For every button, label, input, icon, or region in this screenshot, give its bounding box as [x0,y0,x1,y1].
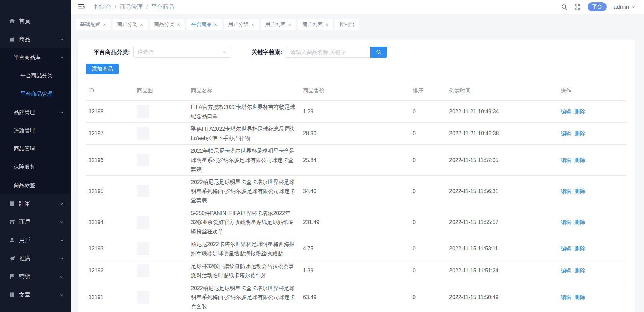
tab-console[interactable]: 控制台 [335,19,359,30]
sidebar-item-brand-manage[interactable]: 品牌管理 [0,103,71,121]
sidebar-item-home[interactable]: 首頁 [0,12,71,30]
sidebar-item-goods[interactable]: 商品 [0,30,71,48]
table-row: 12193帕尼尼2022卡塔尔世界杯足球明星梅西海报冠军联赛足球明星墙贴海报粉丝… [86,238,626,260]
sidebar-item-goods-manage[interactable]: 商品管理 [0,140,71,158]
edit-link[interactable]: 编辑 [561,219,571,225]
tab-platform-goods[interactable]: 平台商品× [187,19,222,30]
product-id: 12194 [86,207,134,238]
delete-link[interactable]: 删除 [574,219,585,225]
category-select-placeholder: 请选择 [138,49,222,56]
add-product-button[interactable]: 添加商品 [86,64,119,74]
sidebar-item-label: 首頁 [19,17,30,25]
sidebar-item-marketing[interactable]: 营销 [0,267,71,286]
sidebar-item-articles[interactable]: 文章 [0,286,71,304]
chevron-down-icon [60,201,64,206]
actions-cell: 编辑删除 [558,122,626,144]
product-name: 足球杯32强国旗纹身防水运动会马拉松赛事派对活动临时贴纸卡塔尔葡萄牙 [188,260,301,282]
tab-merchant-category[interactable]: 商户分类× [113,19,148,30]
sidebar-submenu: 平台商品库平台商品分类平台商品管理品牌管理評論管理商品管理保障服务商品标签 [0,48,71,194]
product-name: 2022年帕尼尼卡塔尔世界杯足球明星卡盒足球明星系列罗纳尔多足球有限公司球迷卡盒… [188,144,301,175]
tab-label: 平台商品 [191,21,211,28]
search-icon[interactable] [561,4,567,10]
sidebar-item-comment-manage[interactable]: 評論管理 [0,121,71,140]
sidebar-item-platform-goods-category[interactable]: 平台商品分类 [0,67,71,85]
search-button[interactable] [370,47,387,58]
sidebar-item-platform-goods-lib[interactable]: 平台商品库 [0,48,71,67]
product-image-cell [134,260,188,282]
product-name: 2022帕尼尼足球明星卡盒卡塔尔世界杯足球明星系列梅西·罗纳尔多足球有限公司球迷… [188,175,301,207]
edit-link[interactable]: 编辑 [561,268,571,273]
product-image-placeholder [137,291,149,304]
tab-user-groups[interactable]: 用户分组× [224,19,259,30]
chevron-down-icon [60,293,64,297]
book-icon [9,292,15,298]
sidebar-item-users[interactable]: 用戶 [0,231,71,249]
sidebar-item-guarantee-service[interactable]: 保障服务 [0,158,71,176]
actions-cell: 编辑删除 [558,207,626,238]
table-row: 121962022年帕尼尼卡塔尔世界杯足球明星卡盒足球明星系列罗纳尔多足球有限公… [86,144,626,175]
role-badge: 平台 [588,2,607,11]
column-header: 商品图 [134,81,188,100]
breadcrumb-goods-manage[interactable]: 商品管理 [120,3,143,11]
sidebar-item-orders[interactable]: 訂單 [0,194,71,213]
column-header: 商品名称 [188,81,301,100]
tab-label: 商户列表 [303,21,323,28]
column-header: 排序 [410,81,447,100]
tab-user-list[interactable]: 用户列表× [261,19,296,30]
delete-link[interactable]: 删除 [574,130,585,136]
column-header: 创建时间 [447,81,558,100]
product-sort: 0 [410,238,447,260]
delete-link[interactable]: 删除 [574,157,585,163]
delete-link[interactable]: 删除 [574,109,585,114]
product-price: 4.75 [301,238,410,260]
product-image-cell [134,207,188,238]
sidebar-item-label: 保障服务 [14,164,35,171]
sidebar-item-promotion[interactable]: 推廣 [0,249,71,267]
delete-link[interactable]: 删除 [574,294,585,300]
fullscreen-icon[interactable] [574,4,581,10]
home-icon [9,18,15,24]
product-price: 231.49 [301,207,410,238]
chevron-down-icon [60,238,64,242]
tab-merchant-list[interactable]: 商户列表× [298,19,333,30]
tab-label: 用户列表 [265,21,286,28]
edit-link[interactable]: 编辑 [561,294,571,300]
product-name: 2022帕尼尼足球明星卡盒卡塔尔世界杯足球明星系列梅西·罗纳尔多足球有限公司球迷… [188,282,301,312]
user-menu[interactable]: admin [614,4,635,10]
main-area: 控制台/商品管理/平台商品 平台 admi [71,0,644,312]
product-id: 12193 [86,238,134,260]
category-select[interactable]: 请选择 [133,47,231,58]
sidebar-item-label: 品牌管理 [14,109,35,116]
close-icon[interactable]: × [177,22,180,27]
close-icon[interactable]: × [288,22,291,27]
edit-link[interactable]: 编辑 [561,246,571,251]
close-icon[interactable]: × [214,22,217,27]
edit-link[interactable]: 编辑 [561,109,571,114]
sidebar-collapse-icon[interactable] [78,4,85,10]
edit-link[interactable]: 编辑 [561,188,571,194]
sidebar-item-label: 用戶 [19,236,30,244]
tab-label: 用户分组 [228,21,249,28]
keyword-input[interactable] [286,47,370,58]
delete-link[interactable]: 删除 [574,268,585,273]
sidebar-item-merchants[interactable]: 商戶 [0,213,71,231]
edit-link[interactable]: 编辑 [561,157,571,163]
delete-link[interactable]: 删除 [574,246,585,251]
tab-goods-category[interactable]: 商品分类× [150,19,185,30]
table-row: 121912022帕尼尼足球明星卡盒卡塔尔世界杯足球明星系列梅西·罗纳尔多足球有… [86,282,626,312]
edit-link[interactable]: 编辑 [561,130,571,136]
product-image-cell [134,122,188,144]
close-icon[interactable]: × [251,22,254,27]
close-icon[interactable]: × [103,22,106,27]
delete-link[interactable]: 删除 [574,188,585,194]
actions-cell: 编辑删除 [558,144,626,175]
actions-cell: 编辑删除 [558,175,626,207]
sidebar-item-label: 平台商品分类 [20,72,53,79]
tab-basic-config[interactable]: 基础配置× [76,19,110,30]
sidebar-item-label: 平台商品库 [14,54,41,61]
breadcrumb-console[interactable]: 控制台 [94,3,111,11]
close-icon[interactable]: × [140,22,143,27]
sidebar-item-goods-tags[interactable]: 商品标签 [0,176,71,194]
sidebar-item-platform-goods-manage[interactable]: 平台商品管理 [0,85,71,103]
close-icon[interactable]: × [326,22,329,27]
